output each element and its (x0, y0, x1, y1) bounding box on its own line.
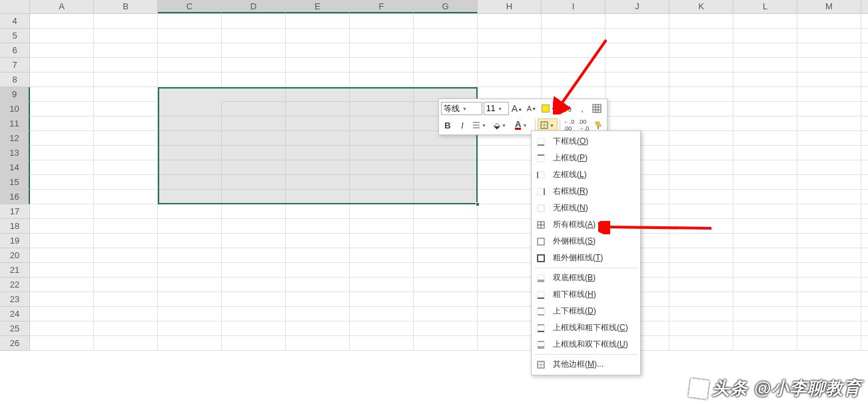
cell-H5[interactable] (478, 29, 542, 43)
align-button[interactable]: ▼ (470, 118, 490, 132)
cell-M12[interactable] (797, 131, 861, 146)
cell-H8[interactable] (478, 73, 542, 87)
border-menu-item-S[interactable]: 外侧框线(S) (532, 233, 640, 250)
cell-K20[interactable] (669, 248, 733, 263)
cell-C17[interactable] (158, 204, 222, 219)
format-painter-button[interactable] (592, 118, 605, 132)
border-menu-item-M[interactable]: 其他边框(M)... (532, 356, 640, 373)
cell-N4[interactable] (861, 14, 868, 29)
cell-D12[interactable] (222, 131, 286, 146)
cell-D6[interactable] (222, 43, 286, 58)
cell-K11[interactable] (669, 116, 733, 131)
border-menu-item-O[interactable]: 下框线(O) (532, 133, 640, 150)
column-header-F[interactable]: F (350, 0, 414, 13)
cell-J5[interactable] (606, 29, 669, 43)
cell-J6[interactable] (606, 43, 669, 58)
cell-E9[interactable] (286, 87, 350, 102)
cell-B13[interactable] (94, 146, 158, 160)
cell-L21[interactable] (733, 263, 797, 278)
cell-N12[interactable] (861, 131, 868, 146)
decrease-font-button[interactable]: A▼ (525, 102, 538, 115)
row-header-15[interactable]: 15 (0, 175, 30, 190)
cell-D15[interactable] (222, 175, 286, 190)
cell-A6[interactable] (30, 43, 94, 58)
cell-E22[interactable] (286, 278, 350, 292)
border-menu-item-C[interactable]: 上框线和粗下框线(C) (532, 319, 640, 336)
cell-K17[interactable] (669, 204, 733, 219)
cell-M22[interactable] (797, 278, 861, 292)
cell-D21[interactable] (222, 263, 286, 278)
cell-M17[interactable] (797, 204, 861, 219)
cell-E7[interactable] (286, 58, 350, 73)
cell-D26[interactable] (222, 336, 286, 351)
cell-N15[interactable] (861, 175, 868, 190)
cell-M25[interactable] (797, 321, 861, 336)
cell-L24[interactable] (733, 307, 797, 321)
increase-font-button[interactable]: A▲ (510, 102, 524, 115)
cell-M11[interactable] (797, 116, 861, 131)
cell-B11[interactable] (94, 116, 158, 131)
row-header-18[interactable]: 18 (0, 219, 30, 234)
cell-L19[interactable] (733, 234, 797, 248)
fill-color-button[interactable]: ▼ (540, 102, 560, 115)
cell-F23[interactable] (350, 292, 414, 307)
bold-button[interactable]: B (441, 118, 454, 132)
cell-C25[interactable] (158, 321, 222, 336)
comma-format-button[interactable]: , (576, 102, 589, 115)
cell-M5[interactable] (797, 29, 861, 43)
cell-L16[interactable] (733, 190, 797, 204)
cell-M4[interactable] (797, 14, 861, 29)
cell-G15[interactable] (414, 175, 478, 190)
cell-M23[interactable] (797, 292, 861, 307)
cell-K18[interactable] (669, 219, 733, 234)
cell-G17[interactable] (414, 204, 478, 219)
cell-F24[interactable] (350, 307, 414, 321)
cell-F20[interactable] (350, 248, 414, 263)
cell-B21[interactable] (94, 263, 158, 278)
cell-M24[interactable] (797, 307, 861, 321)
cell-C23[interactable] (158, 292, 222, 307)
cell-L26[interactable] (733, 336, 797, 351)
cell-K26[interactable] (669, 336, 733, 351)
cell-M26[interactable] (797, 336, 861, 351)
cell-A14[interactable] (30, 160, 94, 175)
cell-L10[interactable] (733, 102, 797, 116)
cell-B26[interactable] (94, 336, 158, 351)
cell-A26[interactable] (30, 336, 94, 351)
percent-format-button[interactable]: % (561, 102, 574, 115)
cell-C5[interactable] (158, 29, 222, 43)
cell-G20[interactable] (414, 248, 478, 263)
column-header-B[interactable]: B (94, 0, 158, 13)
cell-N13[interactable] (861, 146, 868, 160)
row-header-22[interactable]: 22 (0, 278, 30, 292)
cell-B16[interactable] (94, 190, 158, 204)
row-header-8[interactable]: 8 (0, 73, 30, 87)
cell-B9[interactable] (94, 87, 158, 102)
cell-N18[interactable] (861, 219, 868, 234)
cell-A23[interactable] (30, 292, 94, 307)
cell-I5[interactable] (542, 29, 606, 43)
cell-B17[interactable] (94, 204, 158, 219)
cell-L20[interactable] (733, 248, 797, 263)
cell-K6[interactable] (669, 43, 733, 58)
cell-D17[interactable] (222, 204, 286, 219)
cell-A20[interactable] (30, 248, 94, 263)
border-menu-item-A[interactable]: 所有框线(A) (532, 216, 640, 233)
cell-D7[interactable] (222, 58, 286, 73)
cell-B12[interactable] (94, 131, 158, 146)
cell-I6[interactable] (542, 43, 606, 58)
cell-N24[interactable] (861, 307, 868, 321)
cell-K14[interactable] (669, 160, 733, 175)
cell-D24[interactable] (222, 307, 286, 321)
row-header-26[interactable]: 26 (0, 336, 30, 351)
cell-B6[interactable] (94, 43, 158, 58)
cell-M20[interactable] (797, 248, 861, 263)
format-table-button[interactable] (590, 102, 604, 115)
cell-F7[interactable] (350, 58, 414, 73)
cell-F22[interactable] (350, 278, 414, 292)
cell-L13[interactable] (733, 146, 797, 160)
cell-M7[interactable] (797, 58, 861, 73)
cell-A9[interactable] (30, 87, 94, 102)
cell-K15[interactable] (669, 175, 733, 190)
cell-G13[interactable] (414, 146, 478, 160)
